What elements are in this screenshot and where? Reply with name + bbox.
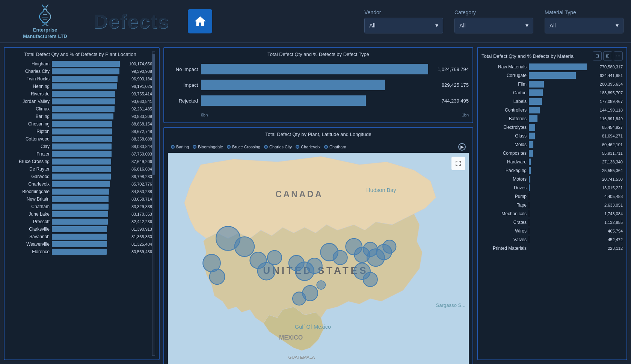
bar-value: 86,816,684 (122, 167, 152, 171)
legend-next-button[interactable]: ▶ (458, 143, 466, 151)
material-bar-fill (529, 63, 587, 70)
plant-label: June Lake (8, 211, 50, 217)
material-bar-track (529, 107, 587, 113)
material-bar-fill (529, 89, 543, 96)
material-value: 2,633,051 (589, 203, 623, 207)
material-label: Pump (482, 194, 527, 199)
material-bar-track (529, 159, 587, 165)
bar-track (52, 181, 120, 187)
bar-fill (52, 166, 111, 172)
material-bar-fill (529, 124, 535, 131)
bar-track (52, 61, 120, 67)
bar-value: 84,853,238 (122, 189, 152, 194)
material-bar-track (529, 210, 587, 217)
defect-type-panel: Total Defect Qty and % Defects by Defect… (163, 47, 473, 123)
list-item: Bloomingdale 84,853,238 (8, 189, 152, 195)
material-value: 624,441,951 (589, 73, 623, 78)
header: Enterprise Manufacturers LTD Defects Ven… (0, 0, 631, 43)
material-bar-track (529, 124, 587, 131)
list-item: Henning 96,191,025 (8, 83, 152, 89)
bar-value: 96,903,184 (122, 77, 152, 81)
legend-dot (193, 145, 196, 149)
bar-fill (52, 249, 107, 255)
legend-label: Bloomingdale (198, 145, 223, 149)
bar-track (52, 174, 120, 180)
list-item: Crates 1,132,855 (482, 219, 623, 226)
page-title: Defects (94, 10, 169, 33)
right-panel: Total Defect Qty and % Defects by Materi… (477, 47, 627, 360)
bar-value: 83,170,353 (122, 212, 152, 216)
vendor-label: Vendor (364, 9, 443, 15)
material-bar-fill (529, 159, 531, 165)
title-area: Defects (83, 10, 180, 33)
material-value: 60,462,101 (589, 142, 623, 147)
bar-fill (52, 226, 107, 232)
svg-point-34 (363, 272, 377, 287)
bar-value: 92,231,485 (122, 107, 152, 111)
material-bar-track (529, 193, 587, 200)
list-item: Barling 90,883,309 (8, 113, 152, 119)
list-item: Hingham 100,174,656 (8, 61, 152, 67)
bar-fill (52, 113, 113, 119)
list-item: Chatham 83,329,838 (8, 204, 152, 210)
material-value: 183,895,707 (589, 91, 623, 95)
category-select[interactable]: All ▾ (454, 18, 533, 33)
axis-label-start: 0bn (201, 113, 208, 117)
legend-label: Chatham (329, 145, 346, 149)
material-value: 116,991,949 (589, 116, 623, 121)
defect-bar-track (201, 95, 428, 106)
list-item: Pump 4,405,488 (482, 193, 623, 200)
category-label: Category (454, 9, 533, 15)
material-bar-fill (529, 150, 533, 157)
bar-fill (52, 151, 112, 157)
material-bar-track (529, 167, 587, 174)
material-bar-list[interactable]: Raw Materials 770,580,317 Corrugate 624,… (482, 63, 623, 356)
filters-area: Vendor All ▾ Category All ▾ Material Typ… (220, 9, 623, 33)
bar-value: 80,569,436 (122, 249, 152, 254)
material-type-select[interactable]: All ▾ (545, 18, 623, 33)
svg-point-37 (317, 281, 325, 289)
material-value: 1,743,084 (589, 211, 623, 216)
material-value: 27,138,340 (589, 160, 623, 164)
material-bar-track (529, 63, 587, 70)
bar-track (52, 98, 120, 104)
list-item: Ripton 88,672,748 (8, 128, 152, 134)
plant-label: Prescott (8, 219, 50, 224)
filter-button[interactable]: ⊡ (593, 51, 602, 60)
plant-bar-list[interactable]: Hingham 100,174,656 Charles City 99,390,… (8, 61, 152, 356)
material-value: 81,694,271 (589, 134, 623, 138)
defect-bar-fill (201, 80, 385, 90)
svg-point-16 (235, 237, 254, 256)
expand-icon (455, 160, 462, 167)
right-panel-title: Total Defect Qty and % Defects by Materi… (482, 53, 575, 59)
plant-label: Twin Rocks (8, 76, 50, 82)
bar-value: 90,883,309 (122, 114, 152, 119)
svg-point-32 (383, 240, 396, 253)
list-item: Motors 20,741,530 (482, 176, 623, 183)
bar-value: 83,329,838 (122, 204, 152, 209)
list-item: Cottonwood 88,358,688 (8, 136, 152, 142)
bar-fill (52, 106, 115, 112)
map-expand-button[interactable] (451, 157, 465, 170)
bar-value: 88,672,748 (122, 129, 152, 134)
bar-value: 81,365,360 (122, 234, 152, 239)
list-item: Clay 88,083,844 (8, 143, 152, 150)
plant-label: Weaverville (8, 242, 50, 247)
material-value: 85,454,927 (589, 125, 623, 130)
list-item: Controllers 144,190,118 (482, 107, 623, 113)
more-button[interactable]: ⋯ (614, 51, 623, 60)
list-item: Charles City 99,390,908 (8, 68, 152, 74)
material-value: 144,190,118 (589, 108, 623, 112)
list-item: Molds 60,462,101 (482, 141, 623, 148)
middle-panel: Total Defect Qty and % Defects by Defect… (163, 47, 473, 360)
map-svg: CANADA UNITED STATES Gulf Of Mexico MEXI… (168, 153, 469, 364)
table-button[interactable]: ⊞ (603, 51, 612, 60)
bar-value: 86,798,280 (122, 174, 152, 179)
list-item: No Impact 1,024,769,794 (168, 64, 469, 74)
vendor-select[interactable]: All ▾ (364, 18, 443, 33)
plant-label: Riverside (8, 91, 50, 97)
plant-label: Charles City (8, 69, 50, 74)
home-button[interactable] (188, 9, 212, 33)
bar-fill (52, 159, 111, 165)
list-item: Packaging 25,555,364 (482, 167, 623, 174)
